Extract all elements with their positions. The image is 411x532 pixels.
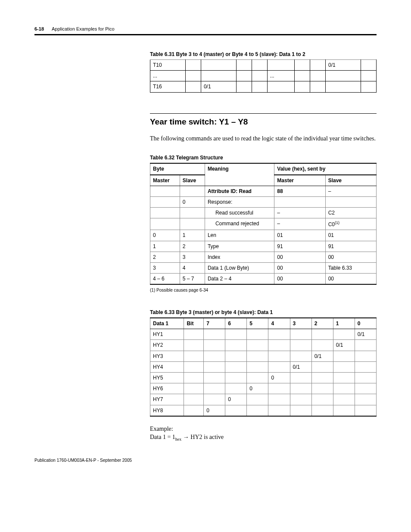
cell	[333, 394, 355, 405]
cell: 0	[268, 373, 290, 383]
cell: HY2	[150, 340, 184, 351]
th-b1: 1	[333, 318, 355, 329]
cell	[290, 394, 311, 405]
cell	[326, 71, 361, 81]
table-row: 0Response:	[150, 196, 377, 207]
page-header: 6-18 Application Examples for Pico	[34, 26, 377, 32]
cell: 0	[225, 394, 247, 405]
cell: 4	[180, 263, 205, 274]
table-row: T160/1	[150, 81, 377, 92]
example-line: Data 1 = 1hex → HY2 is active	[150, 433, 377, 442]
cell	[184, 373, 204, 383]
example-label: Example:	[150, 425, 377, 433]
cell: 0/1	[311, 351, 333, 361]
cell	[311, 394, 333, 405]
example-rhs: → HY2 is active	[181, 434, 224, 440]
cell: –	[325, 186, 376, 196]
cell: 0/1	[326, 60, 361, 71]
cell	[290, 405, 311, 416]
cell	[150, 208, 180, 218]
table-633-caption: Table 6.33 Byte 3 (master) or byte 4 (sl…	[150, 309, 377, 316]
publication-line: Publication 1760-UM003A-EN-P - September…	[34, 457, 377, 464]
cell	[311, 405, 333, 416]
cell	[180, 218, 205, 230]
cell	[186, 60, 201, 71]
cell: 1	[180, 230, 205, 241]
cell	[180, 208, 205, 218]
cell: 0	[150, 230, 180, 241]
cell: C0(1)	[325, 218, 376, 230]
cell: 1	[150, 241, 180, 252]
cell: ...	[150, 71, 186, 81]
cell: 2	[180, 241, 205, 252]
table-row: HY20/1	[150, 340, 377, 351]
cell	[325, 196, 376, 207]
cell	[150, 186, 180, 196]
cell	[310, 71, 326, 81]
cell: 5 – 7	[180, 274, 205, 285]
cell: 00	[325, 274, 376, 285]
cell	[225, 373, 247, 383]
cell	[355, 394, 376, 405]
cell	[204, 394, 225, 405]
cell	[333, 383, 355, 394]
cell: 0/1	[355, 329, 376, 340]
cell	[355, 361, 376, 372]
cell: Attribute ID: Read	[205, 186, 274, 196]
table-633: Data 1 Bit 7 6 5 4 3 2 1 0 HY10/1HY20/1H…	[150, 317, 377, 417]
cell: 01	[325, 230, 376, 241]
cell: T16	[150, 81, 186, 92]
cell	[225, 405, 247, 416]
cell: HY7	[150, 394, 184, 405]
cell: Table 6.33	[325, 263, 376, 274]
section-name: Application Examples for Pico	[52, 26, 115, 32]
cell: 01	[274, 230, 325, 241]
cell	[310, 81, 326, 92]
cell: 3	[150, 263, 180, 274]
cell	[247, 394, 268, 405]
table-row: T100/1	[150, 60, 377, 71]
cell: 00	[274, 274, 325, 285]
cell: 91	[325, 241, 376, 252]
cell	[361, 81, 376, 92]
table-632-caption: Table 6.32 Telegram Structure	[150, 154, 377, 161]
cell: 0/1	[201, 81, 236, 92]
table-row: HY10/1	[150, 329, 377, 340]
table-row: HY40/1	[150, 361, 377, 372]
cell	[268, 405, 290, 416]
cell	[150, 196, 180, 207]
cell: –	[274, 208, 325, 218]
header-rule	[34, 34, 377, 35]
table-row: HY80	[150, 405, 377, 416]
cell: ...	[267, 71, 295, 81]
cell	[225, 383, 247, 394]
cell	[361, 71, 376, 81]
cell	[225, 340, 247, 351]
table-row: 12Type9191	[150, 241, 377, 252]
cell: T10	[150, 60, 186, 71]
cell: HY3	[150, 351, 184, 361]
cell: 0/1	[333, 340, 355, 351]
table-row: HY50	[150, 373, 377, 383]
th-b4: 4	[268, 318, 290, 329]
th-meaning: Meaning	[205, 163, 274, 186]
cell	[184, 394, 204, 405]
cell	[180, 186, 205, 196]
cell: 91	[274, 241, 325, 252]
cell	[247, 340, 268, 351]
cell	[268, 329, 290, 340]
cell	[184, 383, 204, 394]
page-number: 6-18	[34, 26, 44, 32]
cell	[201, 60, 236, 71]
cell: 00	[325, 252, 376, 262]
cell	[295, 71, 310, 81]
section-intro: The following commands are used to read …	[150, 135, 377, 143]
table-632-footnote: (1) Possible causes page 6-34	[150, 287, 377, 293]
cell	[311, 329, 333, 340]
section-heading: Year time switch: Y1 – Y8	[150, 113, 377, 128]
cell	[204, 329, 225, 340]
table-row: HY60	[150, 383, 377, 394]
cell	[186, 71, 201, 81]
cell: 00	[274, 252, 325, 262]
cell: HY1	[150, 329, 184, 340]
